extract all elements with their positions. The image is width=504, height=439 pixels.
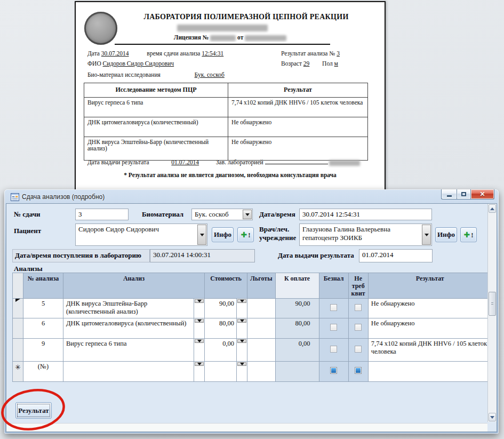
vertical-scrollbar[interactable] [487,204,497,422]
biomaterial-label: Биоматериал [142,210,183,219]
report-biomaterial-line: Био-материал исследования Бук. соскоб [87,71,225,78]
row-selector[interactable] [13,339,23,362]
submission-no-label: № сдачи [14,210,40,219]
report-date-line: Дата 30.07.2014 время сдачи анализа 12:5… [87,50,223,57]
cell-topay: 90,00 [275,299,319,318]
chevron-down-icon[interactable] [422,225,431,245]
col-header-num[interactable]: № анализа [23,273,63,299]
report-cell-test: Вирус герпеса 6 типа [84,98,228,117]
cell-beznal [319,339,348,362]
doctor-add-button[interactable]: ✚! [460,227,477,242]
patient-combobox[interactable]: Сидоров Сидор Сидорович [75,224,207,246]
cell-benefits[interactable] [247,362,276,382]
col-header-noreceipt[interactable]: Не треб квит [348,273,368,299]
cell-result[interactable]: Не обнаружено [368,318,492,339]
cell-beznal [319,299,348,318]
maximize-button[interactable] [457,189,471,199]
result-button[interactable]: Результат [15,402,52,419]
col-header-cost[interactable]: Стоимость [205,273,247,299]
cell-noreceipt [348,318,368,339]
issue-date-field[interactable]: 01.07.2014 [359,249,433,262]
form-client-area: № сдачи 3 Биоматериал Бук. соскоб Дата/в… [6,203,497,432]
analysis-dropdown[interactable] [194,362,205,382]
patient-add-button[interactable]: ✚! [237,227,254,242]
beznal-checkbox[interactable] [330,324,337,331]
cell-analysis[interactable] [63,362,194,382]
biomaterial-combobox[interactable]: Бук. соскоб [191,209,253,220]
noreceipt-checkbox[interactable] [355,304,362,311]
cell-cost[interactable]: 90,00 [205,299,237,318]
cell-result[interactable]: 7,74 x102 копий ДНК HHV6 / 105 клеток че… [368,339,492,362]
cell-result[interactable] [368,362,492,382]
issue-date-label: Дата выдачи результата [278,251,354,260]
report-cell-result: 7,74 x102 копий ДНК HHV6 / 105 клеток че… [228,98,368,117]
row-selector[interactable]: ✳ [13,362,23,382]
cost-dropdown[interactable] [237,339,247,362]
col-header-benefits[interactable]: Льготы [247,273,276,299]
cell-analysis[interactable]: ДНК цитомегаловируса (количественный) [63,318,194,339]
col-header-result[interactable]: Результат [368,273,492,299]
noreceipt-checkbox[interactable] [355,367,362,374]
col-header-analysis[interactable]: Анализ [63,273,205,299]
cell-result[interactable]: Не обнаружено [368,299,492,318]
analysis-dropdown[interactable] [194,318,205,339]
minimize-button[interactable] [441,189,457,199]
beznal-checkbox[interactable] [330,346,337,353]
col-header-beznal[interactable]: Безнал [319,273,348,299]
grid-row-new: ✳ (№) [13,362,492,382]
submission-no-field[interactable]: 3 [75,209,129,220]
redacted-address [177,25,268,31]
patient-label: Пациент [14,227,41,235]
beznal-checkbox[interactable] [330,367,337,374]
cost-dropdown[interactable] [237,318,247,339]
current-row-icon [15,299,20,302]
doctor-info-button[interactable]: Инфо [435,227,457,242]
chevron-down-icon[interactable] [243,210,252,219]
doctor-combobox[interactable]: Глазунова Галина Валерьевна гепатоцентр … [299,224,432,246]
cell-num[interactable]: (№) [23,362,63,382]
row-selector[interactable] [13,318,23,339]
report-col-test: Исследование методом ПЦР [84,83,228,98]
beznal-checkbox[interactable] [330,304,337,311]
noreceipt-checkbox[interactable] [355,324,362,331]
cell-analysis[interactable]: ДНК вируса Эпштейна-Барр (количественный… [63,299,194,318]
report-age-sex-line: Возраст 29 Пол м [281,60,338,67]
grid-row: 9 Вирус герпеса 6 типа 0,00 0,00 7,74 x1… [13,339,492,362]
cell-num[interactable]: 6 [23,318,63,339]
report-col-result: Результат [228,83,368,98]
window-titlebar[interactable]: Сдача анализов (подробно) ✕ [6,191,497,203]
scroll-down-button[interactable] [489,413,496,421]
row-selector[interactable] [13,299,23,318]
cell-benefits[interactable] [247,299,276,318]
arrow-up-icon [490,207,494,210]
report-footnote: * Результат анализа не является диагнозо… [76,172,385,178]
lab-received-field[interactable]: 30.07.2014 14:00:31 [150,249,255,262]
noreceipt-checkbox[interactable] [355,346,362,353]
cell-benefits[interactable] [247,318,276,339]
close-icon: ✕ [479,191,485,197]
window-title: Сдача анализов (подробно) [22,193,105,201]
close-button[interactable]: ✕ [471,189,494,199]
cell-cost[interactable]: 80,00 [205,318,237,339]
analysis-dropdown[interactable] [194,339,205,362]
analysis-dropdown[interactable] [194,299,205,318]
cell-cost[interactable] [205,362,237,382]
cell-num[interactable]: 9 [23,339,63,362]
lab-received-label: Дата/время поступления в лабораторию [12,249,150,262]
cost-dropdown[interactable] [237,299,247,318]
cell-cost[interactable]: 0,00 [205,339,237,362]
cell-analysis[interactable]: Вирус герпеса 6 типа [63,339,194,362]
scroll-up-button[interactable] [489,204,496,213]
redacted-license-date [245,35,286,41]
chevron-down-icon[interactable] [197,225,206,245]
add-icon: ✚ [241,231,247,238]
scrollbar-thumb[interactable] [489,292,496,316]
datetime-field[interactable]: 30.07.2014 12:54:31 [299,209,432,220]
cell-num[interactable]: 5 [23,299,63,318]
cell-topay: 0,00 [275,339,319,362]
col-header-topay[interactable]: К оплате [275,273,319,299]
patient-info-button[interactable]: Инфо [212,227,234,242]
cell-benefits[interactable] [247,339,276,362]
form-footer-strip [6,423,487,432]
cost-dropdown[interactable] [237,362,247,382]
